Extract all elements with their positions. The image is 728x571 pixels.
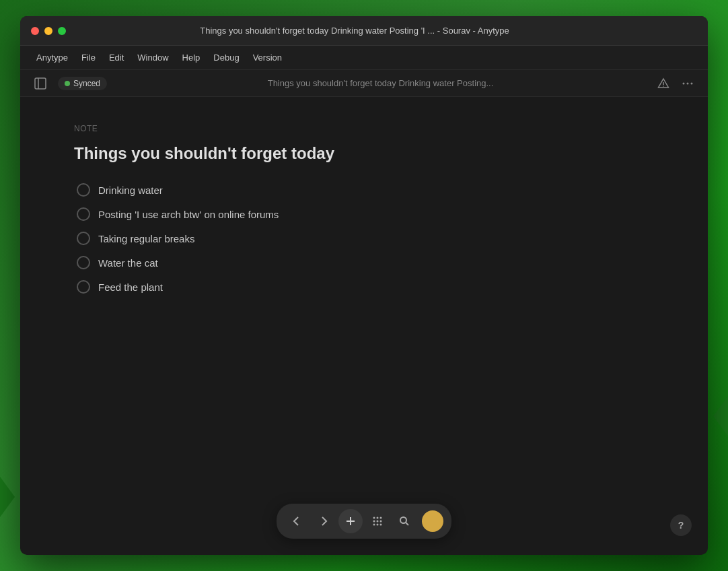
svg-point-11 bbox=[380, 517, 382, 519]
synced-indicator bbox=[65, 81, 70, 86]
toolbar: Synced Things you shouldn't forget today… bbox=[20, 70, 708, 97]
menu-file[interactable]: File bbox=[76, 50, 101, 65]
checkbox-3[interactable] bbox=[77, 232, 90, 245]
menu-debug[interactable]: Debug bbox=[208, 50, 244, 65]
checklist-item-3[interactable]: Taking regular breaks bbox=[74, 228, 654, 249]
checklist-text-3: Taking regular breaks bbox=[98, 233, 194, 244]
svg-point-5 bbox=[687, 82, 689, 84]
more-options-button[interactable] bbox=[678, 74, 697, 93]
svg-point-4 bbox=[683, 82, 685, 84]
menu-edit[interactable]: Edit bbox=[104, 50, 129, 65]
help-button[interactable]: ? bbox=[670, 514, 692, 536]
svg-point-15 bbox=[373, 524, 375, 526]
checkbox-4[interactable] bbox=[77, 256, 90, 269]
back-button[interactable] bbox=[285, 509, 309, 533]
checklist-text-1: Drinking water bbox=[98, 184, 163, 196]
grid-button[interactable] bbox=[365, 509, 390, 533]
svg-point-17 bbox=[380, 524, 382, 526]
document-content: Note Things you shouldn't forget today D… bbox=[20, 97, 708, 555]
svg-point-16 bbox=[377, 524, 379, 526]
checklist: Drinking water Posting 'I use arch btw' … bbox=[74, 179, 654, 298]
checklist-item-2[interactable]: Posting 'I use arch btw' on online forum… bbox=[74, 203, 654, 225]
menu-anytype[interactable]: Anytype bbox=[31, 50, 73, 65]
svg-point-9 bbox=[373, 517, 375, 519]
svg-point-10 bbox=[377, 517, 379, 519]
svg-rect-0 bbox=[35, 78, 46, 89]
svg-point-12 bbox=[373, 520, 375, 523]
checklist-text-2: Posting 'I use arch btw' on online forum… bbox=[98, 209, 279, 220]
alert-icon-button[interactable] bbox=[654, 74, 673, 93]
svg-point-18 bbox=[400, 517, 406, 523]
checkbox-5[interactable] bbox=[77, 280, 90, 294]
svg-point-13 bbox=[377, 520, 379, 523]
window-title: Things you shouldn't forget today Drinki… bbox=[66, 26, 643, 36]
checklist-text-5: Feed the plant bbox=[98, 281, 163, 293]
window-controls bbox=[31, 27, 66, 35]
svg-line-19 bbox=[406, 523, 408, 525]
maximize-button[interactable] bbox=[58, 27, 66, 35]
synced-badge[interactable]: Synced bbox=[58, 77, 107, 90]
toolbar-right-actions bbox=[654, 74, 697, 93]
svg-point-6 bbox=[691, 82, 693, 84]
app-window: Things you shouldn't forget today Drinki… bbox=[20, 16, 708, 555]
forward-button[interactable] bbox=[312, 509, 336, 533]
search-button[interactable] bbox=[392, 509, 416, 533]
menu-version[interactable]: Version bbox=[248, 50, 287, 65]
synced-label: Synced bbox=[73, 79, 100, 88]
add-button[interactable] bbox=[338, 509, 363, 533]
checkbox-1[interactable] bbox=[77, 183, 90, 197]
checklist-item-5[interactable]: Feed the plant bbox=[74, 276, 654, 298]
svg-point-3 bbox=[663, 86, 664, 87]
toolbar-document-title: Things you shouldn't forget today Drinki… bbox=[115, 78, 646, 88]
checklist-item-1[interactable]: Drinking water bbox=[74, 179, 654, 201]
menu-help[interactable]: Help bbox=[177, 50, 206, 65]
menu-bar: Anytype File Edit Window Help Debug Vers… bbox=[20, 46, 708, 70]
close-button[interactable] bbox=[31, 27, 39, 35]
title-bar: Things you shouldn't forget today Drinki… bbox=[20, 16, 708, 46]
note-title[interactable]: Things you shouldn't forget today bbox=[74, 144, 654, 163]
bottom-toolbar bbox=[277, 504, 451, 539]
checkbox-2[interactable] bbox=[77, 207, 90, 221]
menu-window[interactable]: Window bbox=[132, 50, 174, 65]
sidebar-toggle-button[interactable] bbox=[31, 74, 50, 93]
user-avatar[interactable] bbox=[422, 510, 443, 532]
svg-point-14 bbox=[380, 520, 382, 523]
checklist-item-4[interactable]: Water the cat bbox=[74, 252, 654, 273]
note-type-label: Note bbox=[74, 124, 654, 133]
main-area: Note Things you shouldn't forget today D… bbox=[20, 97, 708, 555]
checklist-text-4: Water the cat bbox=[98, 257, 158, 269]
minimize-button[interactable] bbox=[44, 27, 52, 35]
